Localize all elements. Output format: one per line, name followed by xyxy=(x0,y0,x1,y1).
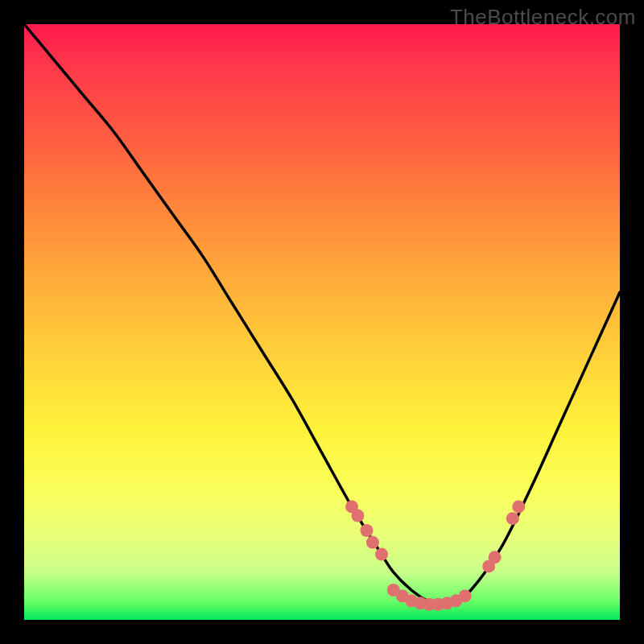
chart-svg xyxy=(24,24,620,620)
marker-dot xyxy=(506,512,519,525)
markers-group xyxy=(345,500,525,610)
marker-dot xyxy=(512,500,525,513)
marker-dot xyxy=(459,589,472,602)
marker-dot xyxy=(351,510,364,522)
marker-dot xyxy=(489,551,502,564)
watermark-text: TheBottleneck.com xyxy=(450,5,636,30)
bottleneck-curve xyxy=(24,24,620,605)
marker-dot xyxy=(375,548,388,561)
chart-plot-area xyxy=(24,24,620,620)
marker-dot xyxy=(366,536,379,549)
marker-dot xyxy=(361,524,374,537)
